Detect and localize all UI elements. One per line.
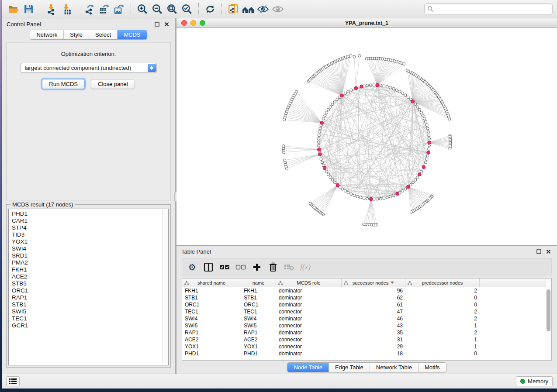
- column-header-predecessor-nodes[interactable]: predecessor nodes: [405, 279, 480, 287]
- network-node[interactable]: [318, 134, 320, 137]
- network-node[interactable]: [369, 84, 372, 86]
- network-node[interactable]: [373, 84, 375, 86]
- network-node[interactable]: [329, 106, 332, 108]
- first-neighbors-icon[interactable]: [241, 2, 256, 16]
- network-node[interactable]: [426, 124, 428, 126]
- table-row[interactable]: PHD1PHD1dominator180: [182, 350, 551, 357]
- mcds-result-item[interactable]: FKH1: [12, 266, 165, 273]
- import-table-icon[interactable]: [59, 2, 74, 16]
- mcds-result-item[interactable]: RAP1: [12, 294, 165, 301]
- hide-selected-icon[interactable]: [256, 2, 270, 16]
- zoom-fit-icon[interactable]: [165, 2, 180, 16]
- network-node[interactable]: [319, 127, 322, 130]
- network-node[interactable]: [401, 92, 404, 94]
- network-node[interactable]: [422, 114, 424, 117]
- network-node[interactable]: [404, 94, 407, 96]
- import-network-icon[interactable]: [44, 2, 59, 16]
- network-node[interactable]: [383, 85, 385, 87]
- mcds-result-item[interactable]: TID3: [12, 231, 165, 238]
- maximize-window-icon[interactable]: [200, 20, 205, 26]
- selected-network-node[interactable]: [320, 121, 324, 125]
- table-settings-icon[interactable]: ⚙: [186, 261, 199, 274]
- save-session-icon[interactable]: [21, 2, 36, 16]
- network-node[interactable]: [428, 148, 430, 150]
- selected-network-node[interactable]: [369, 197, 373, 201]
- table-row[interactable]: FKH1FKH1dominator962: [182, 287, 551, 294]
- zoom-in-icon[interactable]: [135, 2, 150, 16]
- network-node[interactable]: [363, 223, 365, 226]
- mcds-result-item[interactable]: ORC1: [12, 287, 165, 294]
- tab-select[interactable]: Select: [89, 30, 117, 39]
- network-node[interactable]: [386, 85, 388, 88]
- network-node[interactable]: [398, 90, 401, 93]
- table-row[interactable]: TEC1TEC1connector472: [182, 308, 551, 315]
- close-table-panel-icon[interactable]: [544, 248, 552, 255]
- task-history-icon[interactable]: [6, 376, 20, 386]
- network-node[interactable]: [331, 103, 334, 106]
- network-canvas[interactable]: [176, 28, 557, 245]
- network-node[interactable]: [428, 134, 430, 137]
- network-frame-titlebar[interactable]: YPA_prune.txt_1: [176, 18, 557, 28]
- network-node[interactable]: [309, 202, 311, 205]
- network-node[interactable]: [366, 197, 369, 200]
- table-row[interactable]: STB1STB1dominator620: [182, 294, 551, 301]
- tab-mcds[interactable]: MCDS: [117, 30, 146, 39]
- network-node[interactable]: [347, 90, 349, 93]
- network-node[interactable]: [414, 103, 417, 106]
- mcds-result-item[interactable]: STB1: [12, 301, 165, 308]
- network-node[interactable]: [426, 155, 429, 157]
- memory-button[interactable]: Memory: [516, 376, 553, 386]
- network-node[interactable]: [325, 111, 328, 114]
- close-window-icon[interactable]: [181, 20, 187, 26]
- mcds-result-item[interactable]: SRD1: [12, 252, 165, 259]
- selected-network-node[interactable]: [354, 86, 358, 90]
- network-node[interactable]: [407, 96, 409, 98]
- network-node[interactable]: [322, 117, 325, 120]
- network-node[interactable]: [321, 161, 323, 164]
- network-node[interactable]: [341, 188, 344, 190]
- selected-network-node[interactable]: [411, 100, 415, 103]
- network-node[interactable]: [404, 188, 407, 190]
- tab-node-table[interactable]: Node Table: [287, 363, 329, 372]
- selected-network-node[interactable]: [340, 94, 344, 97]
- mcds-result-item[interactable]: SWI4: [12, 245, 165, 252]
- column-header-name[interactable]: name: [241, 279, 276, 287]
- selected-network-node[interactable]: [396, 192, 399, 196]
- close-panel-button[interactable]: Close panel: [91, 79, 135, 89]
- network-node[interactable]: [386, 196, 388, 199]
- mcds-list-scrollbar[interactable]: [162, 210, 168, 364]
- network-node[interactable]: [395, 89, 398, 91]
- table-row[interactable]: YOX1YOX1connector291: [182, 343, 551, 350]
- network-node[interactable]: [383, 197, 385, 199]
- delete-column-icon[interactable]: [266, 261, 280, 274]
- network-node[interactable]: [412, 181, 414, 184]
- network-node[interactable]: [350, 89, 353, 91]
- new-network-from-selection-icon[interactable]: [226, 2, 241, 16]
- network-node[interactable]: [282, 144, 284, 147]
- column-header-successor-nodes[interactable]: successor nodes: [342, 279, 405, 287]
- table-row[interactable]: SWI5SWI5connector431: [182, 322, 551, 329]
- network-node[interactable]: [379, 84, 382, 87]
- export-image-icon[interactable]: [112, 2, 127, 16]
- network-node[interactable]: [349, 55, 352, 57]
- network-node[interactable]: [344, 92, 346, 94]
- column-header-mcds-role[interactable]: MCDS role: [276, 279, 342, 287]
- network-node[interactable]: [416, 106, 419, 108]
- deselect-all-icon[interactable]: [234, 261, 247, 274]
- run-mcds-button[interactable]: Run MCDS: [42, 79, 85, 89]
- network-node[interactable]: [325, 170, 328, 173]
- network-node[interactable]: [428, 144, 430, 147]
- network-node[interactable]: [331, 179, 334, 181]
- show-columns-icon[interactable]: [202, 261, 215, 274]
- network-node[interactable]: [329, 176, 332, 179]
- table-row[interactable]: ACE2ACE2connector311: [182, 336, 551, 343]
- network-node[interactable]: [426, 127, 429, 130]
- network-node[interactable]: [376, 198, 379, 200]
- optimization-criterion-select[interactable]: largest connected component (undirected): [21, 63, 157, 73]
- network-node[interactable]: [424, 120, 427, 123]
- network-node[interactable]: [356, 195, 359, 198]
- network-node[interactable]: [449, 148, 451, 150]
- network-node[interactable]: [420, 170, 422, 173]
- float-table-panel-icon[interactable]: [535, 248, 543, 255]
- zoom-selected-icon[interactable]: [180, 2, 194, 16]
